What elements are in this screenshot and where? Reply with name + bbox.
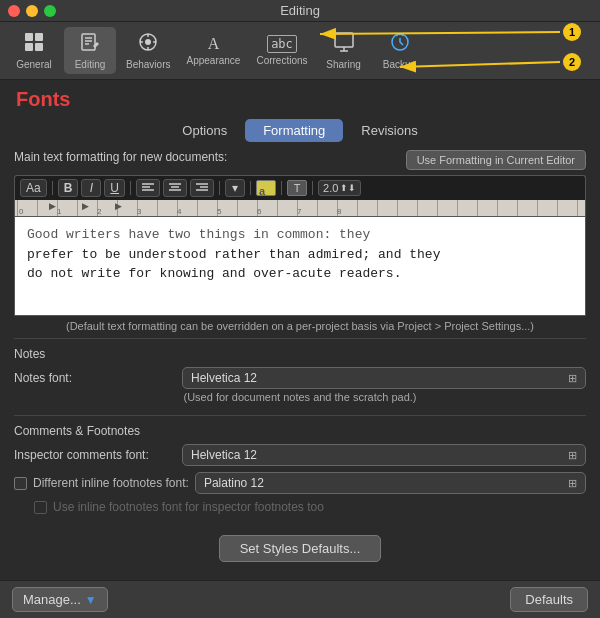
notes-section-title: Notes bbox=[14, 347, 586, 361]
format-dropdown[interactable]: ▾ bbox=[225, 179, 245, 197]
toolbar-item-editing[interactable]: Editing bbox=[64, 27, 116, 74]
inspector-font-picker-icon: ⊞ bbox=[568, 449, 577, 462]
svg-rect-2 bbox=[25, 43, 33, 51]
corrections-icon: abc bbox=[267, 35, 297, 53]
use-inline-row: Use inline footnotes font for inspector … bbox=[14, 500, 586, 514]
manage-arrow-icon: ▼ bbox=[85, 593, 97, 607]
notes-font-picker[interactable]: Helvetica 12 ⊞ bbox=[182, 367, 586, 389]
svg-rect-1 bbox=[35, 33, 43, 41]
sharing-label: Sharing bbox=[326, 59, 360, 70]
separator-4 bbox=[250, 181, 251, 195]
use-inline-label: Use inline footnotes font for inspector … bbox=[53, 500, 324, 514]
separator-1 bbox=[52, 181, 53, 195]
diff-inline-font-picker[interactable]: Palatino 12 ⊞ bbox=[195, 472, 586, 494]
notes-font-row: Notes font: Helvetica 12 ⊞ bbox=[14, 367, 586, 389]
manage-label: Manage... bbox=[23, 592, 81, 607]
manage-dropdown[interactable]: Manage... ▼ bbox=[12, 587, 108, 612]
separator-2 bbox=[130, 181, 131, 195]
maximize-button[interactable] bbox=[44, 5, 56, 17]
inspector-font-label: Inspector comments font: bbox=[14, 448, 174, 462]
svg-point-9 bbox=[145, 39, 151, 45]
toolbar-item-general[interactable]: General bbox=[8, 27, 60, 74]
align-left-button[interactable] bbox=[136, 179, 160, 197]
spacing-value: 2.0 bbox=[323, 182, 338, 194]
svg-rect-0 bbox=[25, 33, 33, 41]
format-note: (Default text formatting can be overridd… bbox=[14, 316, 586, 339]
diff-inline-row: Different inline footnotes font: Palatin… bbox=[14, 472, 586, 494]
bold-button[interactable]: B bbox=[58, 179, 79, 197]
toolbar-item-appearance[interactable]: A Appearance bbox=[180, 31, 246, 70]
toolbar-item-corrections[interactable]: abc Corrections bbox=[250, 31, 313, 70]
inspector-font-picker[interactable]: Helvetica 12 ⊞ bbox=[182, 444, 586, 466]
use-formatting-button[interactable]: Use Formatting in Current Editor bbox=[406, 150, 586, 170]
comments-footnotes-title: Comments & Footnotes bbox=[14, 424, 586, 438]
separator-6 bbox=[312, 181, 313, 195]
font-picker-icon: ⊞ bbox=[568, 372, 577, 385]
ruler: 0 1 2 3 4 5 6 7 8 ▶ ▶ ▶ bbox=[14, 200, 586, 216]
text-style-picker[interactable]: T bbox=[287, 180, 307, 196]
backup-label: Backup bbox=[383, 59, 416, 70]
preview-line-2: prefer to be understood rather than admi… bbox=[27, 245, 573, 265]
panel-top-row: Main text formatting for new documents: … bbox=[14, 150, 586, 170]
set-styles-button[interactable]: Set Styles Defaults... bbox=[219, 535, 382, 562]
italic-button[interactable]: I bbox=[81, 179, 101, 197]
close-button[interactable] bbox=[8, 5, 20, 17]
notes-font-note: (Used for document notes and the scratch… bbox=[14, 389, 586, 407]
diff-inline-label: Different inline footnotes font: bbox=[33, 476, 189, 490]
preview-line-3: do not write for knowing and over-acute … bbox=[27, 264, 573, 284]
text-preview: Good writers have two things in common: … bbox=[14, 216, 586, 316]
text-color-picker[interactable]: a bbox=[256, 180, 276, 196]
general-icon bbox=[23, 31, 45, 57]
font-size-aa[interactable]: Aa bbox=[20, 179, 47, 197]
corrections-label: Corrections bbox=[256, 55, 307, 66]
inspector-font-value: Helvetica 12 bbox=[191, 448, 257, 462]
toolbar-item-backup[interactable]: Backup bbox=[374, 27, 426, 74]
toolbar-item-behaviors[interactable]: Behaviors bbox=[120, 27, 176, 74]
title-bar: Editing bbox=[0, 0, 600, 22]
underline-button[interactable]: U bbox=[104, 179, 125, 197]
separator-5 bbox=[281, 181, 282, 195]
align-right-button[interactable] bbox=[190, 179, 214, 197]
svg-rect-4 bbox=[82, 34, 95, 50]
section-header: Fonts bbox=[0, 80, 600, 115]
inspector-font-row: Inspector comments font: Helvetica 12 ⊞ bbox=[14, 444, 586, 466]
fonts-title: Fonts bbox=[16, 88, 70, 110]
tab-options[interactable]: Options bbox=[164, 119, 245, 142]
use-inline-checkbox[interactable] bbox=[34, 501, 47, 514]
bottom-bar: Manage... ▼ Defaults bbox=[0, 580, 600, 618]
notes-section: Notes Notes font: Helvetica 12 ⊞ (Used f… bbox=[14, 347, 586, 416]
diff-inline-font-icon: ⊞ bbox=[568, 477, 577, 490]
comments-footnotes-section: Comments & Footnotes Inspector comments … bbox=[14, 424, 586, 527]
diff-inline-checkbox[interactable] bbox=[14, 477, 27, 490]
panel-label: Main text formatting for new documents: bbox=[14, 150, 227, 164]
behaviors-icon bbox=[137, 31, 159, 57]
editing-icon bbox=[79, 31, 101, 57]
defaults-button[interactable]: Defaults bbox=[510, 587, 588, 612]
notes-font-label: Notes font: bbox=[14, 371, 174, 385]
svg-rect-3 bbox=[35, 43, 43, 51]
toolbar-item-sharing[interactable]: Sharing bbox=[318, 27, 370, 74]
toolbar: General Editing Behaviors A Appearance bbox=[0, 22, 600, 80]
general-label: General bbox=[16, 59, 52, 70]
tabs: Options Formatting Revisions bbox=[0, 115, 600, 142]
appearance-icon: A bbox=[208, 35, 220, 53]
diff-inline-font-value: Palatino 12 bbox=[204, 476, 264, 490]
sharing-icon bbox=[333, 31, 355, 57]
backup-icon bbox=[389, 31, 411, 57]
tab-revisions[interactable]: Revisions bbox=[343, 119, 435, 142]
minimize-button[interactable] bbox=[26, 5, 38, 17]
editing-label: Editing bbox=[75, 59, 106, 70]
window-controls bbox=[8, 5, 56, 17]
window-title: Editing bbox=[280, 3, 320, 18]
format-toolbar: Aa B I U ▾ a bbox=[14, 175, 586, 200]
behaviors-label: Behaviors bbox=[126, 59, 170, 70]
line-spacing[interactable]: 2.0 ⬆⬇ bbox=[318, 180, 361, 196]
appearance-label: Appearance bbox=[186, 55, 240, 66]
tab-formatting[interactable]: Formatting bbox=[245, 119, 343, 142]
notes-font-value: Helvetica 12 bbox=[191, 371, 257, 385]
formatting-panel: Main text formatting for new documents: … bbox=[0, 142, 600, 574]
separator-3 bbox=[219, 181, 220, 195]
svg-rect-14 bbox=[335, 33, 353, 47]
align-center-button[interactable] bbox=[163, 179, 187, 197]
